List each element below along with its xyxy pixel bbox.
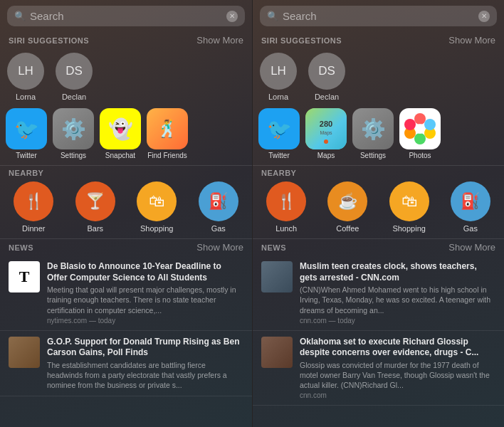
nearby-gas-left[interactable]: ⛽ Gas [199,181,238,233]
app-maps-right[interactable]: 280 Maps Maps [305,108,347,159]
search-clear-right[interactable]: ✕ [478,11,490,22]
icon-settings-left: ⚙️ [53,108,94,149]
app-row-left: 🐦 Twitter ⚙️ Settings 👻 Snapchat 🕺 Find … [0,107,252,165]
appname-twitter-right: Twitter [268,152,289,159]
news-title-2-left: G.O.P. Support for Donald Trump Rising a… [47,337,243,359]
nearby-name-shopping-left: Shopping [140,224,174,233]
news-source-1-right: cnn.com — today [300,317,495,325]
app-snapchat-left[interactable]: 👻 Snapchat [100,108,141,159]
nearby-name-dinner: Dinner [22,224,45,233]
icon-twitter-right: 🐦 [258,108,300,149]
search-input-right[interactable]: Search [283,10,474,22]
svg-text:Maps: Maps [320,130,332,136]
svg-point-8 [404,119,416,130]
nearby-dinner[interactable]: 🍴 Dinner [14,181,53,233]
search-input-left[interactable]: Search [30,10,222,22]
news-summary-1-right: (CNN)When Ahmed Mohamed went to his high… [300,285,495,315]
appname-settings-right: Settings [360,152,386,159]
name-lorna-right: Lorna [268,93,288,101]
avatar-declan-left: DS [56,53,93,90]
nearby-shopping-right[interactable]: 🛍 Shopping [389,181,429,233]
nearby-header-right: NEARBY [253,166,504,180]
nearby-header-left: NEARBY [0,166,252,180]
maps-icon-inner: 280 Maps [305,108,347,149]
news-title-1-left: De Blasio to Announce 10-Year Deadline t… [47,261,243,283]
news-title-right: NEWS [261,243,286,252]
search-bar-right[interactable]: 🔍 Search ✕ [260,6,497,26]
news-summary-2-left: The establishment candidates are battlin… [47,360,243,391]
siri-show-more-left[interactable]: Show More [196,35,243,46]
svg-point-9 [424,119,436,130]
icon-snapchat-left: 👻 [100,108,141,149]
icon-gas-right: ⛽ [451,181,490,221]
news-item-1-left[interactable]: T De Blasio to Announce 10-Year Deadline… [0,255,252,331]
search-icon-left: 🔍 [14,11,26,21]
nearby-name-gas-left: Gas [211,224,226,233]
panel-left: 🔍 Search ✕ SIRI SUGGESTIONS Show More LH… [0,0,252,427]
contact-declan-left[interactable]: DS Declan [56,53,93,101]
nearby-row-left: 🍴 Dinner 🍸 Bars 🛍 Shopping ⛽ Gas [0,180,252,238]
news-show-more-right[interactable]: Show More [448,242,495,253]
app-twitter-right[interactable]: 🐦 Twitter [258,108,300,159]
siri-contacts-right: LH Lorna DS Declan [253,48,504,107]
nearby-name-shopping-right: Shopping [392,224,426,233]
nearby-bars[interactable]: 🍸 Bars [75,181,115,233]
news-item-2-left[interactable]: G.O.P. Support for Donald Trump Rising a… [0,331,252,397]
contact-lorna-left[interactable]: LH Lorna [7,53,44,101]
icon-gas-left: ⛽ [199,181,238,221]
search-bar-left[interactable]: 🔍 Search ✕ [7,6,245,26]
nearby-lunch[interactable]: 🍴 Lunch [266,181,306,233]
siri-show-more-right[interactable]: Show More [448,35,495,46]
panel-right-content: 🔍 Search ✕ SIRI SUGGESTIONS Show More LH… [253,0,504,427]
icon-photos-right [399,108,441,149]
app-settings-right[interactable]: ⚙️ Settings [352,108,394,159]
icon-maps-right: 280 Maps [305,108,347,149]
nearby-gas-right[interactable]: ⛽ Gas [451,181,490,233]
svg-point-7 [414,133,426,144]
icon-shopping-right: 🛍 [389,181,429,221]
nearby-coffee[interactable]: ☕ Coffee [327,181,367,233]
app-findfriends-left[interactable]: 🕺 Find Friends [147,108,188,159]
svg-point-3 [324,139,328,144]
nearby-name-gas-right: Gas [463,224,478,233]
search-clear-left[interactable]: ✕ [226,11,238,22]
news-content-2-left: G.O.P. Support for Donald Trump Rising a… [47,337,243,391]
news-source-2-right: cnn.com [300,391,495,399]
svg-point-10 [415,124,425,134]
icon-settings-right: ⚙️ [352,108,394,149]
siri-contacts-left: LH Lorna DS Declan [0,48,252,107]
avatar-declan-right: DS [308,53,345,90]
name-declan-right: Declan [315,93,339,101]
news-show-more-left[interactable]: Show More [196,242,243,253]
siri-header-left: SIRI SUGGESTIONS Show More [0,32,252,48]
search-icon-right: 🔍 [267,11,278,21]
siri-header-right: SIRI SUGGESTIONS Show More [253,32,504,48]
app-twitter-left[interactable]: 🐦 Twitter [6,108,47,159]
news-thumb-nyt-left: T [9,261,40,292]
news-title-left: NEWS [9,243,33,252]
news-thumb-gop-left [9,337,40,368]
news-content-1-right: Muslim teen creates clock, shows teacher… [300,261,495,325]
news-header-left: NEWS Show More [0,239,252,255]
icon-bars: 🍸 [75,181,115,221]
news-title-2-right: Oklahoma set to execute Richard Glossip … [300,337,495,359]
nearby-title-right: NEARBY [261,169,296,177]
contact-lorna-right[interactable]: LH Lorna [260,53,297,101]
news-content-2-right: Oklahoma set to execute Richard Glossip … [300,337,495,400]
app-settings-left[interactable]: ⚙️ Settings [53,108,94,159]
icon-twitter-left: 🐦 [6,108,47,149]
appname-twitter-left: Twitter [16,152,36,159]
appname-findfriends-left: Find Friends [147,152,187,159]
icon-shopping-left: 🛍 [137,181,177,221]
news-item-1-right[interactable]: Muslim teen creates clock, shows teacher… [253,255,504,331]
app-photos-right[interactable]: Photos [399,108,441,159]
nearby-name-lunch: Lunch [275,224,297,233]
siri-title-left: SIRI SUGGESTIONS [9,36,89,45]
contact-declan-right[interactable]: DS Declan [308,53,345,101]
appname-snapchat-left: Snapchat [105,152,135,159]
news-source-1-left: nytimes.com — today [47,317,243,325]
avatar-lorna-right: LH [260,53,297,90]
news-item-2-right[interactable]: Oklahoma set to execute Richard Glossip … [253,331,504,406]
news-content-1-left: De Blasio to Announce 10-Year Deadline t… [47,261,243,325]
nearby-shopping-left[interactable]: 🛍 Shopping [137,181,177,233]
